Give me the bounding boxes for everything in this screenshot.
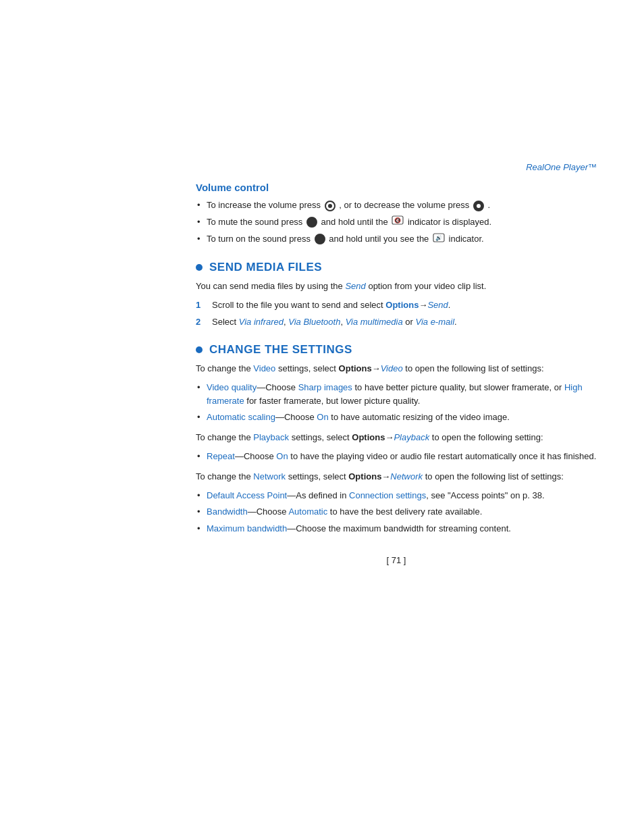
network-bullet-2: Bandwidth—Choose Automatic to have the b… xyxy=(196,505,597,519)
muted-indicator-icon: 🔇 xyxy=(392,215,404,229)
change-settings-section: CHANGE THE SETTINGS To change the Video … xyxy=(196,343,597,535)
page: RealOne Player™ Volume control To increa… xyxy=(0,0,644,834)
volume-bullet-1: To increase the volume press , or to dec… xyxy=(196,199,597,212)
send-media-intro: You can send media files by using the Se… xyxy=(196,280,597,293)
network-bullet-1: Default Access Point—As defined in Conne… xyxy=(196,489,597,502)
mute-btn-icon xyxy=(306,217,317,228)
volume-heading: Volume control xyxy=(196,182,597,193)
playback-settings-intro: To change the Playback settings, select … xyxy=(196,431,597,444)
playback-settings-bullets: Repeat—Choose On to have the playing vid… xyxy=(196,450,597,463)
vol-down-icon xyxy=(473,201,484,211)
app-title: RealOne Player™ xyxy=(196,162,597,172)
sound-prefix-text: To turn on the sound press xyxy=(207,234,313,244)
change-settings-dot xyxy=(196,346,203,353)
content-area: RealOne Player™ Volume control To increa… xyxy=(196,0,597,565)
vol-up-icon xyxy=(325,201,336,211)
vol-mid-text: , or to decrease the volume press xyxy=(339,200,472,210)
mute-prefix-text: To mute the sound press xyxy=(207,217,305,227)
network-settings-bullets: Default Access Point—As defined in Conne… xyxy=(196,489,597,536)
video-bullet-2: Automatic scaling—Choose On to have auto… xyxy=(196,411,597,424)
sound-mid-text: and hold until you see the xyxy=(329,234,431,244)
svg-text:🔇: 🔇 xyxy=(394,217,401,224)
send-step-1: 1 Scroll to the file you want to send an… xyxy=(196,298,597,312)
send-intro-text1: You can send media files by using the xyxy=(196,281,343,291)
volume-bullet-3: To turn on the sound press and hold unti… xyxy=(196,232,597,246)
change-settings-heading-row: CHANGE THE SETTINGS xyxy=(196,343,597,357)
video-settings-bullets: Video quality—Choose Sharp images to hav… xyxy=(196,381,597,424)
sound-suffix-text: indicator. xyxy=(449,234,484,244)
send-media-section: SEND MEDIA FILES You can send media file… xyxy=(196,261,597,328)
mute-mid-text: and hold until the xyxy=(321,217,391,227)
page-number: [ 71 ] xyxy=(196,555,597,565)
send-media-steps: 1 Scroll to the file you want to send an… xyxy=(196,298,597,328)
volume-bullets: To increase the volume press , or to dec… xyxy=(196,199,597,246)
svg-text:🔊: 🔊 xyxy=(435,234,442,241)
volume-control-section: Volume control To increase the volume pr… xyxy=(196,182,597,246)
step1-text: Scroll to the file you want to send and … xyxy=(212,298,450,312)
sound-indicator-icon: 🔊 xyxy=(433,233,445,246)
step2-text: Select Via infrared, Via Bluetooth, Via … xyxy=(212,315,457,329)
network-settings-intro: To change the Network settings, select O… xyxy=(196,470,597,484)
vol-increase-text: To increase the volume press xyxy=(207,200,323,210)
sound-btn-icon xyxy=(315,234,325,244)
video-bullet-1: Video quality—Choose Sharp images to hav… xyxy=(196,381,597,407)
volume-bullet-2: To mute the sound press and hold until t… xyxy=(196,215,597,229)
send-intro-text3: option from your video clip list. xyxy=(368,281,486,291)
send-media-heading-row: SEND MEDIA FILES xyxy=(196,261,597,274)
app-title-text: RealOne Player™ xyxy=(526,162,597,172)
send-media-heading: SEND MEDIA FILES xyxy=(209,261,322,274)
network-bullet-3: Maximum bandwidth—Choose the maximum ban… xyxy=(196,522,597,536)
playback-bullet-1: Repeat—Choose On to have the playing vid… xyxy=(196,450,597,463)
change-settings-heading: CHANGE THE SETTINGS xyxy=(209,343,352,357)
video-settings-intro: To change the Video settings, select Opt… xyxy=(196,362,597,375)
send-media-dot xyxy=(196,264,203,271)
mute-suffix-text: indicator is displayed. xyxy=(408,217,491,227)
send-link: Send xyxy=(345,281,365,291)
vol-suffix-text: . xyxy=(488,200,491,210)
send-step-2: 2 Select Via infrared, Via Bluetooth, Vi… xyxy=(196,315,597,329)
